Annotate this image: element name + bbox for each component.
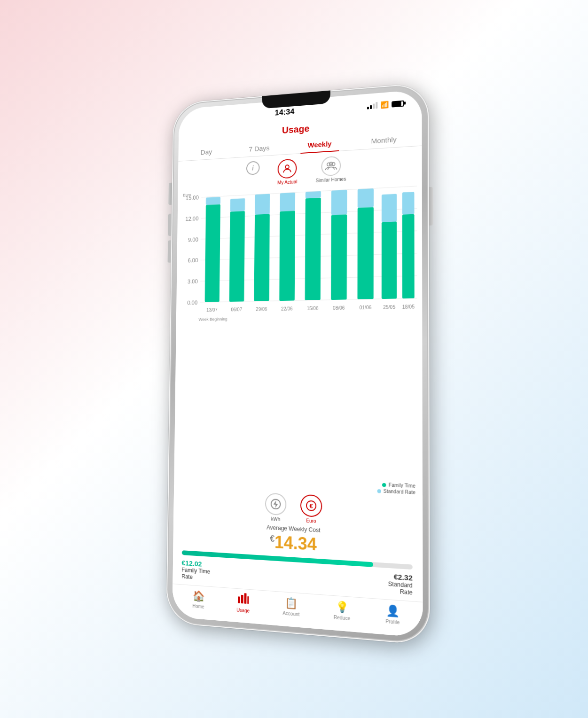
svg-rect-22: [254, 214, 270, 301]
svg-text:18/05: 18/05: [402, 304, 415, 310]
family-time-cost: €12.02 Family Time Rate: [181, 559, 210, 582]
svg-rect-37: [381, 221, 396, 299]
nav-usage[interactable]: Usage: [236, 593, 249, 614]
status-time: 14:34: [274, 107, 294, 118]
svg-rect-16: [204, 204, 220, 302]
nav-account-label: Account: [282, 610, 299, 617]
svg-rect-41: [402, 192, 414, 215]
svg-rect-34: [357, 207, 373, 299]
kwh-label: kWh: [271, 516, 280, 522]
svg-text:06/07: 06/07: [231, 307, 242, 312]
reduce-icon: 💡: [335, 601, 348, 614]
svg-rect-25: [279, 211, 295, 301]
svg-rect-19: [229, 211, 244, 302]
nav-home[interactable]: 🏠 Home: [192, 590, 204, 609]
svg-text:12.00: 12.00: [185, 215, 198, 222]
svg-text:6.00: 6.00: [188, 257, 198, 264]
wifi-icon: 📶: [380, 101, 388, 109]
svg-rect-48: [241, 595, 243, 604]
svg-rect-26: [280, 193, 295, 211]
svg-rect-28: [305, 197, 321, 300]
info-icon[interactable]: i: [246, 161, 259, 175]
tab-day[interactable]: Day: [193, 143, 219, 160]
nav-profile[interactable]: 👤 Profile: [385, 604, 400, 625]
nav-reduce[interactable]: 💡 Reduce: [333, 600, 350, 621]
svg-text:29/06: 29/06: [256, 306, 267, 312]
nav-usage-label: Usage: [236, 607, 249, 613]
similar-homes-icon: [321, 156, 341, 177]
tab-weekly[interactable]: Weekly: [300, 134, 339, 153]
phone-wrapper: 14:34 📶 Usage: [166, 82, 430, 645]
svg-text:22/06: 22/06: [281, 306, 293, 312]
home-icon: 🏠: [192, 590, 204, 603]
standard-rate-cost: €2.32 Standard Rate: [388, 572, 412, 596]
svg-text:15/06: 15/06: [306, 305, 318, 311]
currency-symbol: €: [270, 534, 274, 544]
usage-icon: [237, 593, 248, 607]
bottom-section: kWh € Euro Average Weekl: [172, 485, 423, 602]
svg-rect-23: [255, 194, 270, 215]
chart-y-axis-label: Euro: [183, 193, 191, 197]
svg-marker-44: [273, 500, 278, 508]
similar-homes-label: Similar Homes: [315, 176, 346, 183]
svg-rect-49: [244, 593, 246, 604]
svg-text:13/07: 13/07: [206, 307, 218, 313]
svg-rect-32: [331, 190, 347, 215]
nav-home-label: Home: [192, 603, 204, 609]
svg-rect-17: [206, 197, 220, 205]
euro-selector[interactable]: € Euro: [300, 494, 322, 524]
tab-monthly[interactable]: Monthly: [363, 130, 404, 149]
svg-text:01/06: 01/06: [359, 304, 371, 310]
svg-rect-20: [230, 198, 245, 212]
svg-rect-29: [305, 191, 321, 198]
my-actual-icon: [278, 158, 297, 179]
svg-text:08/06: 08/06: [333, 305, 345, 311]
nav-profile-label: Profile: [385, 618, 400, 625]
family-time-label2: Rate: [181, 573, 210, 582]
svg-text:3.00: 3.00: [187, 278, 197, 285]
legend-standard-rate-dot: [377, 489, 381, 493]
euro-icon: €: [300, 494, 321, 517]
svg-rect-47: [237, 596, 240, 603]
nav-reduce-label: Reduce: [333, 615, 350, 621]
kwh-selector[interactable]: kWh: [265, 493, 286, 523]
signal-icon: [367, 102, 377, 109]
phone-screen: 14:34 📶 Usage: [172, 89, 423, 638]
svg-text:9.00: 9.00: [188, 236, 198, 243]
phone-frame: 14:34 📶 Usage: [166, 82, 430, 645]
nav-account[interactable]: 📋 Account: [282, 596, 299, 617]
standard-rate-label2: Rate: [400, 588, 412, 596]
svg-rect-50: [247, 596, 248, 604]
svg-text:0.00: 0.00: [187, 299, 197, 306]
chart-area: Euro 15.00 12.00 9.00 6.00: [174, 180, 422, 484]
legend-family-time-dot: [382, 483, 386, 487]
account-icon: 📋: [284, 597, 297, 610]
svg-point-0: [285, 165, 289, 169]
battery-icon: [392, 100, 404, 107]
kwh-icon: [265, 493, 286, 516]
status-icons: 📶: [367, 100, 404, 110]
svg-text:25/05: 25/05: [383, 304, 396, 310]
svg-rect-40: [402, 214, 414, 299]
bar-chart: 15.00 12.00 9.00 6.00 3.00 0.00 13/07: [180, 180, 417, 318]
svg-text:€: €: [309, 503, 313, 510]
svg-rect-38: [382, 194, 397, 222]
similar-homes-selector[interactable]: Similar Homes: [315, 156, 346, 183]
my-actual-selector[interactable]: My Actual: [277, 158, 297, 185]
my-actual-label: My Actual: [277, 179, 297, 185]
app-content: Usage Day 7 Days Weekly Monthly i: [172, 110, 423, 638]
legend-family-time-label: Family Time: [388, 482, 415, 489]
profile-icon: 👤: [385, 604, 399, 618]
svg-rect-35: [357, 188, 373, 208]
euro-label: Euro: [306, 518, 316, 523]
svg-rect-31: [331, 214, 347, 300]
tab-7days[interactable]: 7 Days: [242, 139, 277, 157]
